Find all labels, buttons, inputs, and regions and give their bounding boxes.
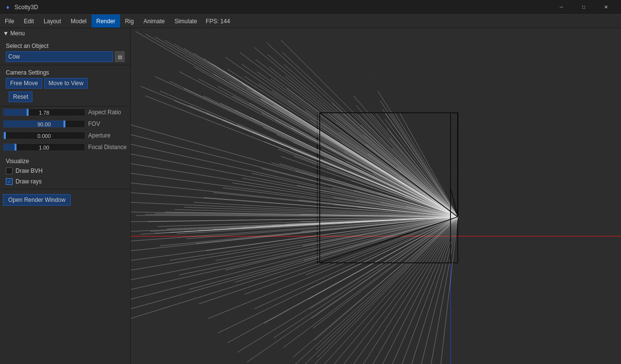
aspect-ratio-value: 1.78 bbox=[3, 109, 85, 116]
main-layout: ▼ Menu Select an Object ▤ Camera Setting… bbox=[0, 28, 621, 364]
open-render-section: Open Render Window bbox=[0, 189, 130, 211]
checkmark-icon: ✓ bbox=[7, 179, 11, 184]
fov-slider[interactable]: 90.00 bbox=[3, 119, 85, 129]
draw-bvh-checkbox[interactable] bbox=[6, 167, 13, 174]
menu-simulate[interactable]: Simulate bbox=[170, 15, 202, 28]
minimize-button[interactable]: ─ bbox=[550, 0, 573, 15]
select-object-section: Select an Object ▤ bbox=[0, 39, 130, 65]
camera-btn-row: Free Move Move to View bbox=[3, 77, 127, 90]
menu-model[interactable]: Model bbox=[66, 15, 92, 28]
focal-distance-slider[interactable]: 1.00 bbox=[3, 142, 85, 152]
draw-rays-checkbox[interactable]: ✓ bbox=[6, 178, 13, 185]
fov-row: 90.00 FOV bbox=[0, 118, 130, 130]
viewport[interactable] bbox=[131, 28, 621, 364]
focal-distance-row: 1.00 Focal Distance bbox=[0, 141, 130, 153]
menu-edit[interactable]: Edit bbox=[19, 15, 39, 28]
menu-header-label: ▼ Menu bbox=[3, 30, 25, 37]
menu-layout[interactable]: Layout bbox=[39, 15, 66, 28]
aperture-slider[interactable]: 0.000 bbox=[3, 131, 85, 140]
object-row: ▤ bbox=[3, 50, 127, 63]
aspect-ratio-label: Aspect Ratio bbox=[88, 109, 121, 116]
maximize-button[interactable]: □ bbox=[573, 0, 595, 15]
select-object-label: Select an Object bbox=[3, 41, 127, 50]
app-icon: ♦ bbox=[4, 3, 12, 11]
svg-rect-0 bbox=[131, 28, 621, 364]
menu-toggle[interactable]: ▼ Menu bbox=[0, 28, 130, 39]
rays-visualization bbox=[131, 28, 621, 364]
menu-animate[interactable]: Animate bbox=[139, 15, 170, 28]
free-move-button[interactable]: Free Move bbox=[6, 78, 42, 89]
aperture-value: 0.000 bbox=[3, 132, 85, 139]
menu-file[interactable]: File bbox=[0, 15, 19, 28]
camera-settings-label: Camera Settings bbox=[3, 67, 127, 77]
window-controls: ─ □ ✕ bbox=[550, 0, 617, 15]
focal-distance-label: Focal Distance bbox=[88, 144, 126, 151]
visualize-section: Visualize Draw BVH ✓ Draw rays bbox=[0, 153, 130, 189]
aspect-ratio-row: 1.78 Aspect Ratio bbox=[0, 106, 130, 118]
object-name-input[interactable] bbox=[6, 51, 113, 62]
visualize-label: Visualize bbox=[3, 155, 127, 166]
sliders-section: 1.78 Aspect Ratio 90.00 FOV bbox=[0, 106, 130, 153]
draw-bvh-row: Draw BVH bbox=[3, 166, 127, 176]
fov-value: 90.00 bbox=[3, 121, 85, 128]
aperture-row: 0.000 Aperture bbox=[0, 130, 130, 141]
reset-button[interactable]: Reset bbox=[9, 91, 32, 102]
menubar: File Edit Layout Model Render Rig Animat… bbox=[0, 15, 621, 28]
aspect-ratio-slider[interactable]: 1.78 bbox=[3, 107, 85, 117]
fps-display: FPS: 144 bbox=[206, 18, 230, 25]
draw-rays-label: Draw rays bbox=[16, 178, 42, 185]
move-to-view-button[interactable]: Move to View bbox=[44, 78, 88, 89]
close-button[interactable]: ✕ bbox=[595, 0, 617, 15]
app-title: Scotty3D bbox=[15, 4, 38, 11]
titlebar: ♦ Scotty3D ─ □ ✕ bbox=[0, 0, 621, 15]
menu-render[interactable]: Render bbox=[92, 15, 120, 28]
camera-settings-section: Camera Settings Free Move Move to View R… bbox=[0, 65, 130, 106]
open-render-button[interactable]: Open Render Window bbox=[3, 194, 71, 206]
focal-distance-value: 1.00 bbox=[3, 144, 85, 151]
aperture-label: Aperture bbox=[88, 132, 110, 139]
fov-label: FOV bbox=[88, 121, 100, 127]
left-panel: ▼ Menu Select an Object ▤ Camera Setting… bbox=[0, 28, 131, 364]
draw-bvh-label: Draw BVH bbox=[16, 167, 43, 174]
draw-rays-row: ✓ Draw rays bbox=[3, 176, 127, 187]
menu-rig[interactable]: Rig bbox=[120, 15, 139, 28]
object-pick-button[interactable]: ▤ bbox=[115, 51, 124, 62]
